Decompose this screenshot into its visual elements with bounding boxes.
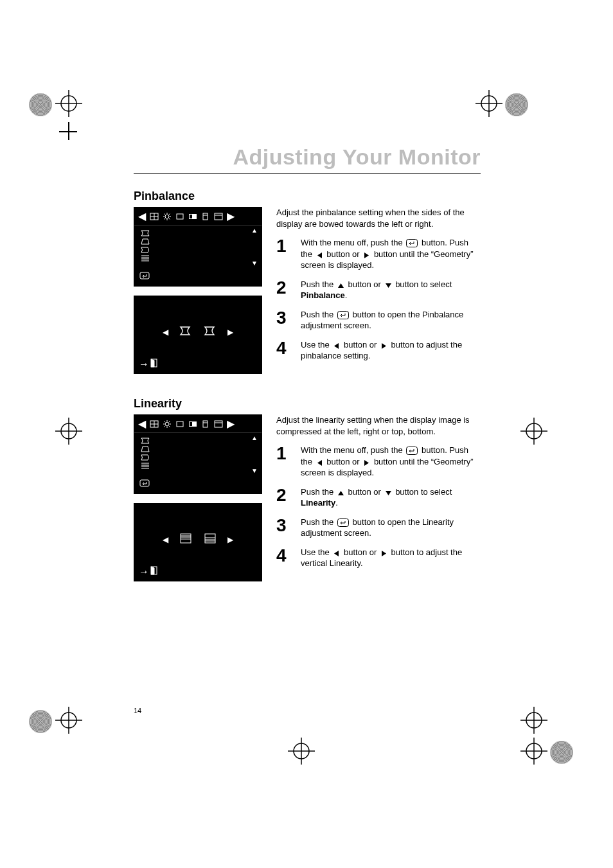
svg-rect-38 bbox=[190, 215, 192, 218]
triangle-right-icon: ▶ bbox=[227, 418, 235, 430]
triangle-up-icon: ▲ bbox=[251, 227, 258, 234]
triangle-left-icon bbox=[316, 252, 323, 259]
svg-point-27 bbox=[165, 215, 169, 218]
section-heading: Linearity bbox=[134, 397, 481, 411]
registration-crosshair-icon bbox=[520, 418, 547, 445]
registration-ring-icon bbox=[29, 93, 52, 116]
pincushion-icon bbox=[139, 229, 256, 237]
enter-icon bbox=[337, 311, 349, 319]
registration-ring-icon bbox=[550, 741, 573, 764]
geometry-icon bbox=[175, 213, 184, 220]
trapezoid-icon bbox=[139, 445, 256, 453]
section-intro: Adjust the pinbalance setting when the s… bbox=[276, 207, 481, 229]
triangle-right-icon bbox=[380, 550, 387, 557]
triangle-left-icon: ◀ bbox=[138, 210, 146, 222]
pincushion-icon bbox=[139, 437, 256, 445]
geometry-icon bbox=[175, 420, 184, 428]
triangle-right-icon: ▶ bbox=[227, 535, 233, 544]
svg-rect-65 bbox=[190, 422, 192, 426]
triangle-down-icon bbox=[385, 490, 392, 497]
svg-rect-75 bbox=[181, 534, 191, 543]
step-number: 1 bbox=[276, 445, 292, 479]
step-row: 2 Push the button or button to select Li… bbox=[276, 486, 481, 509]
page-number: 14 bbox=[134, 707, 141, 714]
svg-line-33 bbox=[169, 218, 170, 220]
svg-rect-66 bbox=[203, 421, 208, 427]
svg-rect-41 bbox=[215, 213, 222, 220]
step-number: 1 bbox=[276, 237, 292, 271]
menu-icon bbox=[214, 420, 223, 428]
step-number: 4 bbox=[276, 339, 292, 362]
step-row: 4 Use the button or button to adjust the… bbox=[276, 339, 481, 362]
step-row: 1 With the menu off, push the button. Pu… bbox=[276, 237, 481, 271]
menu-icon bbox=[214, 213, 223, 220]
triangle-left-icon bbox=[333, 550, 340, 557]
triangle-right-icon: ▶ bbox=[227, 210, 235, 222]
enter-icon bbox=[139, 270, 150, 281]
position-icon bbox=[150, 420, 159, 428]
brightness-icon bbox=[163, 420, 172, 428]
triangle-down-icon bbox=[385, 282, 392, 289]
osd-menu-screenshot: ◀ ▶ ▲ bbox=[134, 207, 262, 287]
section-heading: Pinbalance bbox=[134, 190, 481, 203]
linearity-right-icon bbox=[203, 533, 217, 547]
triangle-down-icon: ▼ bbox=[251, 467, 258, 474]
osd-adjust-screenshot: ◀ ▶ → bbox=[134, 296, 262, 374]
osd-figures: ◀ ▶ ▲ bbox=[134, 414, 262, 581]
step-text: Push the button or button to select Pinb… bbox=[301, 279, 481, 301]
pinbalance-right-icon bbox=[203, 325, 217, 339]
step-row: 1 With the menu off, push the button. Pu… bbox=[276, 445, 481, 479]
svg-line-35 bbox=[164, 218, 166, 220]
pinbalance-icon bbox=[139, 246, 256, 254]
triangle-right-icon bbox=[363, 252, 370, 259]
enter-icon bbox=[337, 518, 349, 527]
triangle-up-icon: ▲ bbox=[251, 434, 258, 441]
exit-arrow-icon: → bbox=[139, 359, 149, 370]
step-text: Use the button or button to adjust the v… bbox=[301, 547, 481, 569]
brightness-icon bbox=[163, 213, 172, 220]
triangle-left-icon bbox=[316, 459, 323, 466]
triangle-up-icon bbox=[337, 490, 344, 497]
svg-rect-36 bbox=[177, 214, 183, 219]
step-text: Push the button to open the Linearity ad… bbox=[301, 517, 481, 539]
triangle-left-icon: ◀ bbox=[163, 328, 168, 337]
step-number: 2 bbox=[276, 279, 292, 301]
linearity-icon bbox=[139, 254, 256, 262]
triangle-left-icon: ◀ bbox=[138, 418, 146, 430]
triangle-down-icon: ▼ bbox=[251, 260, 258, 267]
exit-door-icon bbox=[150, 359, 158, 370]
step-text: Push the button to open the Pinbalance a… bbox=[301, 309, 481, 332]
triangle-right-icon bbox=[363, 459, 370, 466]
recall-icon bbox=[201, 420, 210, 428]
svg-rect-63 bbox=[177, 421, 183, 427]
registration-tick-icon bbox=[68, 122, 69, 140]
svg-point-54 bbox=[165, 422, 169, 426]
svg-rect-68 bbox=[215, 421, 222, 427]
registration-crosshair-icon bbox=[288, 738, 315, 765]
svg-line-59 bbox=[164, 421, 166, 422]
registration-crosshair-icon bbox=[475, 90, 502, 117]
step-row: 3 Push the button to open the Pinbalance… bbox=[276, 309, 481, 332]
registration-ring-icon bbox=[29, 710, 52, 733]
step-row: 2 Push the button or button to select Pi… bbox=[276, 279, 481, 301]
section-linearity: Linearity ◀ ▶ bbox=[134, 397, 481, 581]
step-number: 4 bbox=[276, 547, 292, 569]
linearity-icon bbox=[139, 462, 256, 470]
step-number: 3 bbox=[276, 517, 292, 539]
registration-crosshair-icon bbox=[55, 707, 82, 734]
exit-arrow-icon: → bbox=[139, 566, 149, 578]
recall-icon bbox=[201, 213, 210, 220]
registration-ring-icon bbox=[505, 93, 528, 116]
step-row: 3 Push the button to open the Linearity … bbox=[276, 517, 481, 539]
osd-menu-screenshot: ◀ ▶ ▲ bbox=[134, 414, 262, 494]
svg-line-62 bbox=[164, 426, 166, 427]
color-icon bbox=[188, 213, 197, 220]
osd-adjust-screenshot: ◀ ▶ → bbox=[134, 503, 262, 581]
osd-figures: ◀ ▶ ▲ bbox=[134, 207, 262, 374]
triangle-left-icon: ◀ bbox=[163, 535, 168, 544]
step-number: 3 bbox=[276, 309, 292, 332]
enter-icon bbox=[406, 447, 418, 455]
pinbalance-icon bbox=[139, 454, 256, 461]
exit-door-icon bbox=[150, 566, 158, 578]
svg-line-32 bbox=[164, 213, 166, 215]
